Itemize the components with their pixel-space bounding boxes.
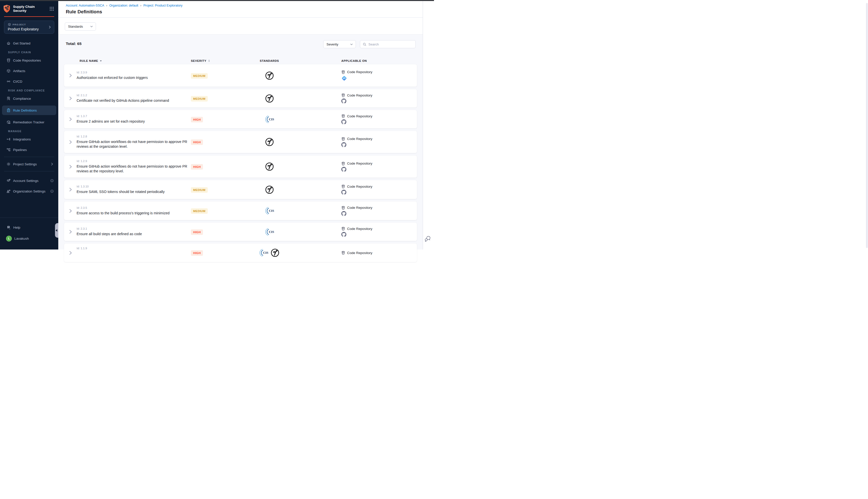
breadcrumb-link-2[interactable]: Project: Product Exploratory bbox=[144, 4, 183, 7]
compliance-doc-icon bbox=[7, 97, 11, 100]
sidebar-item-ci-cd[interactable]: CI/CD bbox=[2, 78, 56, 85]
sidebar-section-risk-and-compliance: RISK AND COMPLIANCE bbox=[2, 88, 56, 93]
table-row[interactable]: Id: 2.3.9Authorization not enforced for … bbox=[64, 64, 417, 87]
column-header-standards[interactable]: STANDARDS bbox=[228, 59, 310, 62]
standards-cell bbox=[265, 94, 274, 103]
table-row[interactable]: Id: 2.3.5Ensure access to the build proc… bbox=[64, 202, 417, 220]
cis-standard-icon: CIS bbox=[265, 227, 274, 236]
sort-desc-icon bbox=[100, 60, 102, 62]
row-expand-chevron-icon[interactable] bbox=[68, 165, 73, 169]
applicable-on-label: Code Repository bbox=[347, 227, 372, 231]
applicable-on-cell: Code Repository bbox=[310, 93, 417, 104]
row-expand-chevron-icon[interactable] bbox=[68, 73, 73, 78]
main-content: Account: Automation-SSCA›Organization: d… bbox=[58, 1, 423, 250]
owasp-standard-icon bbox=[271, 248, 280, 250]
column-header-rule-name[interactable]: RULE NAME bbox=[77, 59, 191, 62]
project-switcher[interactable]: PROJECT Product Exploratory bbox=[4, 21, 54, 34]
app-title: Supply Chain Security bbox=[13, 5, 49, 13]
applicable-on-label: Code Repository bbox=[347, 185, 372, 188]
sidebar-item-rule-definitions[interactable]: Rule Definitions bbox=[2, 106, 56, 115]
sidebar-item-compliance[interactable]: Compliance bbox=[2, 95, 56, 102]
standards-cell: CIS bbox=[265, 227, 274, 236]
chevron-down-icon bbox=[90, 25, 93, 28]
sidebar-item-artifacts[interactable]: Artifacts bbox=[2, 67, 56, 74]
chevron-right-icon bbox=[48, 25, 51, 29]
table-header-row: RULE NAMESEVERITYSTANDARDSAPPLICABLE ON bbox=[64, 59, 417, 63]
column-header-applicable-on[interactable]: APPLICABLE ON bbox=[310, 59, 417, 62]
table-row[interactable]: Id: 1.2.9Ensure GitHub action workflows … bbox=[64, 156, 417, 178]
rule-id: Id: 1.1.9 bbox=[77, 247, 191, 250]
rule-name: Certificate not verified by GitHub Actio… bbox=[77, 98, 188, 103]
sidebar-item-project-settings[interactable]: Project Settings bbox=[2, 160, 56, 168]
sidebar-section-manage: MANAGE bbox=[2, 129, 56, 133]
filter-toolbar: Standards bbox=[58, 18, 423, 35]
row-expand-chevron-icon[interactable] bbox=[68, 209, 73, 213]
row-expand-chevron-icon[interactable] bbox=[68, 117, 73, 121]
table-row[interactable]: Id: 1.1.9HIGH CIS Code Repository bbox=[64, 243, 417, 250]
sidebar-nav: Get StartedSUPPLY CHAINCode Repositories… bbox=[0, 40, 58, 195]
brand-accent-rule bbox=[4, 16, 54, 17]
row-expand-chevron-icon[interactable] bbox=[68, 187, 73, 192]
sidebar-collapse-handle[interactable] bbox=[55, 223, 58, 238]
row-expand-chevron-icon[interactable] bbox=[68, 140, 73, 144]
rule-id: Id: 1.3.7 bbox=[77, 114, 191, 118]
sidebar-item-organization-settings[interactable]: Organization Settings bbox=[2, 188, 56, 195]
severity-filter-label: Severity bbox=[326, 42, 338, 46]
github-icon bbox=[341, 98, 346, 104]
sidebar-item-code-repositories[interactable]: Code Repositories bbox=[2, 57, 56, 64]
rule-definitions-icon bbox=[7, 108, 11, 112]
column-header-severity[interactable]: SEVERITY bbox=[191, 59, 228, 62]
github-icon bbox=[341, 119, 346, 124]
help-label: Help bbox=[13, 226, 20, 229]
table-row[interactable]: Id: 2.3.1Ensure all build steps are defi… bbox=[64, 223, 417, 241]
row-expand-chevron-icon[interactable] bbox=[68, 96, 73, 100]
support-chat-icon[interactable] bbox=[424, 235, 431, 242]
severity-filter-dropdown[interactable]: Severity bbox=[323, 40, 356, 48]
sidebar-item-label: Code Repositories bbox=[13, 59, 54, 62]
applicable-on-target: Code Repository bbox=[341, 184, 372, 188]
sort-icon bbox=[208, 60, 210, 62]
breadcrumb-separator-icon: › bbox=[106, 3, 107, 7]
severity-cell: HIGH bbox=[191, 117, 228, 122]
github-icon bbox=[341, 232, 346, 237]
sidebar-item-pipelines[interactable]: Pipelines bbox=[2, 146, 56, 153]
info-circle-icon bbox=[50, 190, 54, 193]
user-menu[interactable]: L Lavakush bbox=[2, 235, 56, 242]
breadcrumb-link-1[interactable]: Organization: default bbox=[109, 4, 138, 7]
standards-filter-dropdown[interactable]: Standards bbox=[65, 22, 96, 31]
search-input[interactable] bbox=[369, 42, 413, 46]
table-row[interactable]: Id: 1.3.7Ensure 2 admins are set for eac… bbox=[64, 110, 417, 129]
sidebar-item-label: Project Settings bbox=[13, 162, 50, 166]
severity-cell: HIGH bbox=[191, 230, 228, 234]
sidebar-item-label: Pipelines bbox=[13, 148, 54, 152]
row-expand-chevron-icon[interactable] bbox=[68, 230, 73, 234]
owasp-standard-icon bbox=[265, 185, 274, 194]
severity-cell: MEDIUM bbox=[191, 73, 228, 78]
rule-id: Id: 1.2.8 bbox=[77, 135, 191, 138]
table-row[interactable]: Id: 1.2.8Ensure GitHub action workflows … bbox=[64, 131, 417, 153]
sidebar-item-label: Artifacts bbox=[13, 69, 54, 73]
sidebar-item-account-settings[interactable]: Account Settings bbox=[2, 177, 56, 184]
sidebar: Supply Chain Security PROJECT Product Ex… bbox=[0, 1, 58, 250]
sidebar-item-remediation-tracker[interactable]: Remediation Tracker bbox=[2, 119, 56, 126]
module-grid-icon[interactable] bbox=[49, 6, 54, 11]
code-repository-icon bbox=[341, 93, 345, 97]
rule-name: Ensure SAML SSO tokens should be rotated… bbox=[77, 190, 188, 194]
rules-table: Id: 2.3.9Authorization not enforced for … bbox=[64, 64, 417, 250]
github-icon bbox=[341, 142, 346, 147]
sidebar-item-label: Remediation Tracker bbox=[13, 120, 54, 124]
owasp-standard-icon bbox=[265, 94, 274, 103]
sidebar-divider bbox=[4, 157, 54, 157]
table-row[interactable]: Id: 1.3.10Ensure SAML SSO tokens should … bbox=[64, 180, 417, 199]
severity-badge: MEDIUM bbox=[191, 187, 208, 193]
table-row[interactable]: Id: 2.1.2Certificate not verified by Git… bbox=[64, 89, 417, 108]
applicable-on-cell: Code Repository bbox=[310, 206, 417, 216]
sidebar-item-help[interactable]: ? Help bbox=[2, 224, 56, 231]
breadcrumb-link-0[interactable]: Account: Automation-SSCA bbox=[66, 4, 104, 7]
project-name: Product Exploratory bbox=[8, 27, 51, 31]
sidebar-item-get-started[interactable]: Get Started bbox=[2, 40, 56, 47]
remediation-tracker-icon bbox=[7, 120, 11, 124]
sidebar-item-integrations[interactable]: Integrations bbox=[2, 136, 56, 143]
applicable-on-label: Code Repository bbox=[347, 114, 372, 118]
project-box-icon bbox=[8, 23, 11, 26]
